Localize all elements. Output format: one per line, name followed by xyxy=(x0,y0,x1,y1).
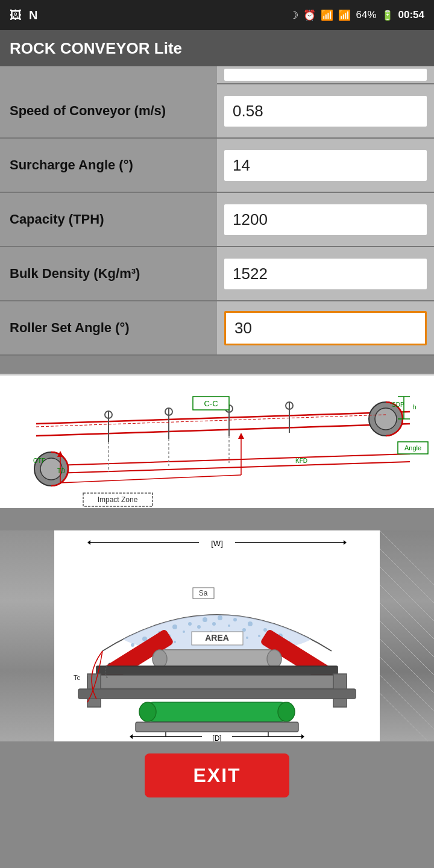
svg-line-45 xyxy=(380,621,434,675)
svg-rect-103 xyxy=(136,722,298,732)
conveyor-side-diagram: C-C Angle OTF TD KFD SDP h Impact Zone xyxy=(0,374,434,506)
svg-line-43 xyxy=(380,585,434,639)
svg-point-93 xyxy=(153,650,167,668)
svg-text:Tc: Tc xyxy=(74,674,81,681)
svg-line-41 xyxy=(380,549,434,603)
svg-point-67 xyxy=(263,628,267,632)
svg-rect-100 xyxy=(148,702,286,722)
svg-text:[W]: [W] xyxy=(211,539,223,548)
svg-line-47 xyxy=(380,657,434,711)
svg-line-48 xyxy=(380,675,434,729)
svg-point-94 xyxy=(267,650,281,668)
svg-point-74 xyxy=(212,622,216,626)
title-bar: ROCK CONVEYOR Lite xyxy=(0,30,434,66)
svg-point-85 xyxy=(246,637,248,639)
svg-point-77 xyxy=(258,635,260,637)
roller-angle-input[interactable] xyxy=(224,311,427,345)
svg-line-49 xyxy=(380,693,434,741)
svg-point-76 xyxy=(242,628,246,632)
svg-point-61 xyxy=(172,624,177,629)
speed-label: Speed of Conveyor (m/s) xyxy=(0,84,217,137)
roller-angle-row: Roller Set Angle (°) xyxy=(0,301,434,356)
speed-row: Speed of Conveyor (m/s) xyxy=(0,84,434,139)
cross-section-svg: [W] Sa xyxy=(54,530,380,741)
signal-icon: 📶 xyxy=(338,9,351,22)
svg-text:Impact Zone: Impact Zone xyxy=(98,495,138,504)
svg-text:Sa: Sa xyxy=(199,589,208,597)
capacity-row: Capacity (TPH) xyxy=(0,193,434,247)
svg-point-75 xyxy=(228,624,230,627)
inter-diagram-spacer xyxy=(0,506,434,530)
roller-angle-input-area xyxy=(217,301,434,354)
svg-text:OTF: OTF xyxy=(33,458,45,464)
surcharge-label: Surcharge Angle (°) xyxy=(0,139,217,192)
svg-point-62 xyxy=(188,622,192,626)
time-display: 00:54 xyxy=(398,9,424,21)
status-bar: 🖼 N ☽ ⏰ 📶 📶 64% 🔋 00:54 xyxy=(0,0,434,30)
side-view-svg: C-C Angle OTF TD KFD SDP h Impact Zone xyxy=(0,376,434,508)
svg-text:C-C: C-C xyxy=(204,399,218,408)
svg-text:TD: TD xyxy=(57,468,65,474)
battery-icon: 🔋 xyxy=(382,10,394,21)
roller-angle-label: Roller Set Angle (°) xyxy=(0,301,217,354)
svg-text:KFD: KFD xyxy=(295,458,307,464)
bulk-density-input-area xyxy=(217,247,434,300)
exit-button[interactable]: EXIT xyxy=(145,753,289,797)
exit-area: EXIT xyxy=(0,741,434,816)
svg-point-64 xyxy=(218,615,222,620)
svg-line-40 xyxy=(380,530,434,585)
left-texture xyxy=(0,530,54,741)
svg-point-72 xyxy=(183,631,185,633)
app-title: ROCK CONVEYOR Lite xyxy=(10,39,182,58)
svg-point-81 xyxy=(174,641,176,643)
svg-rect-0 xyxy=(0,376,434,508)
svg-text:[D]: [D] xyxy=(212,734,221,741)
image-icon: 🖼 xyxy=(10,8,22,22)
surcharge-input-area xyxy=(217,139,434,192)
capacity-input-area xyxy=(217,193,434,246)
svg-point-65 xyxy=(233,618,237,621)
capacity-input[interactable] xyxy=(224,204,427,235)
speed-input[interactable] xyxy=(224,96,427,127)
svg-line-44 xyxy=(380,603,434,657)
svg-rect-92 xyxy=(160,650,274,668)
surcharge-row: Surcharge Angle (°) xyxy=(0,139,434,193)
svg-point-102 xyxy=(278,702,295,722)
svg-point-101 xyxy=(139,702,156,722)
moon-icon: ☽ xyxy=(289,9,298,22)
status-left-icons: 🖼 N xyxy=(10,8,37,22)
svg-rect-95 xyxy=(96,666,338,675)
svg-text:SDP: SDP xyxy=(392,401,404,408)
status-right-icons: ☽ ⏰ 📶 📶 64% 🔋 00:54 xyxy=(289,9,424,22)
svg-point-63 xyxy=(203,617,207,622)
svg-text:Angle: Angle xyxy=(404,444,421,451)
notification-icon: N xyxy=(29,8,37,22)
partial-scroll-row xyxy=(0,66,434,84)
right-texture xyxy=(380,530,434,741)
svg-text:h: h xyxy=(413,404,417,410)
svg-text:AREA: AREA xyxy=(205,633,229,643)
alarm-icon: ⏰ xyxy=(303,9,316,22)
cross-section-diagram: [W] Sa xyxy=(0,530,434,741)
svg-point-73 xyxy=(197,625,201,629)
bulk-density-label: Bulk Density (Kg/m³) xyxy=(0,247,217,300)
svg-rect-99 xyxy=(78,689,356,699)
svg-line-42 xyxy=(380,567,434,621)
bulk-density-row: Bulk Density (Kg/m³) xyxy=(0,247,434,301)
svg-point-66 xyxy=(248,621,253,626)
svg-rect-96 xyxy=(87,675,347,688)
svg-line-46 xyxy=(380,639,434,693)
bulk-density-input[interactable] xyxy=(224,259,427,289)
svg-point-69 xyxy=(131,643,134,647)
battery-label: 64% xyxy=(356,9,376,21)
speed-input-area xyxy=(217,84,434,137)
form-bottom-spacer xyxy=(0,356,434,374)
surcharge-input[interactable] xyxy=(224,150,427,181)
wifi-icon: 📶 xyxy=(321,9,333,22)
svg-point-17 xyxy=(375,408,397,430)
capacity-label: Capacity (TPH) xyxy=(0,193,217,246)
